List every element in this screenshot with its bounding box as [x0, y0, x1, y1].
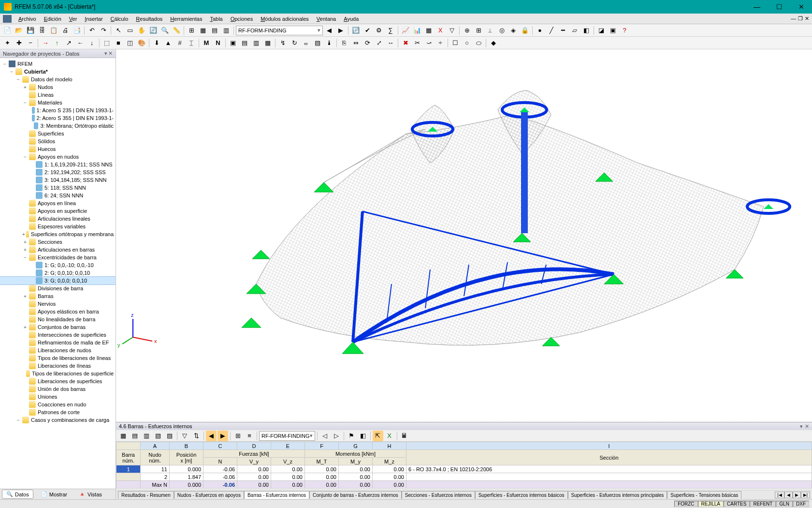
- panel-tab[interactable]: Resultados - Resumen: [118, 491, 174, 499]
- menu-insertar[interactable]: Insertar: [81, 15, 106, 23]
- tree-item[interactable]: 3: 104,184,185; SSS NNN: [0, 176, 116, 184]
- tree-item[interactable]: Unión de dos barras: [0, 385, 116, 393]
- tree-item[interactable]: 1: G; 0,0,-10; 0,0,-10: [0, 261, 116, 269]
- tree-item[interactable]: −Casos y combinaciones de carga: [0, 416, 116, 424]
- tree-item[interactable]: Divisiones de barra: [0, 284, 116, 292]
- tbl-excel-icon[interactable]: X: [384, 431, 395, 441]
- tbl-flag-icon[interactable]: ⚑: [346, 431, 357, 441]
- tree-item[interactable]: 1: Acero S 235 | DIN EN 1993-1-: [0, 106, 116, 114]
- model-viewport[interactable]: x y z: [116, 49, 812, 422]
- menu-módulos adicionales[interactable]: Módulos adicionales: [257, 15, 313, 23]
- nav-pin-icon[interactable]: ▾: [104, 50, 107, 57]
- panel-loadcase-combo[interactable]: RF-FORM-FINDING: [259, 431, 315, 441]
- open-icon[interactable]: 📂: [14, 25, 24, 36]
- close-button[interactable]: ✕: [795, 3, 808, 11]
- plus-icon[interactable]: ✚: [14, 38, 24, 48]
- tree-root[interactable]: − RFEM: [0, 60, 116, 68]
- status-cartes[interactable]: CARTES: [724, 501, 750, 507]
- panel-tab[interactable]: Secciones - Esfuerzos internos: [402, 491, 475, 499]
- menu-cálculo[interactable]: Cálculo: [107, 15, 132, 23]
- tree-item[interactable]: 2: 192,194,202; SSS SSS: [0, 168, 116, 176]
- help-icon[interactable]: ?: [619, 25, 630, 36]
- tree-item[interactable]: Líneas: [0, 91, 116, 99]
- ortho-icon[interactable]: ⟂: [485, 25, 495, 36]
- status-refent[interactable]: REFENT: [750, 501, 776, 507]
- divide-icon[interactable]: ÷: [435, 38, 446, 48]
- tree-item[interactable]: 1: 1,6,19,209-211; SSS NNS: [0, 161, 116, 168]
- maximize-button[interactable]: ☐: [772, 3, 786, 11]
- x-dir-icon[interactable]: →: [40, 38, 51, 48]
- tree-item[interactable]: +Articulaciones en barras: [0, 246, 116, 254]
- calc-icon[interactable]: ∑: [385, 25, 396, 36]
- tree-item[interactable]: 2: Acero S 355 | DIN EN 1993-1-: [0, 114, 116, 122]
- tree-item[interactable]: 3: Membrana; Ortótropo elástic: [0, 122, 116, 130]
- menu-edición[interactable]: Edición: [40, 15, 65, 23]
- tree-item[interactable]: +Nudos: [0, 83, 116, 91]
- y-dir-icon[interactable]: ↑: [52, 38, 62, 48]
- wireframe-icon[interactable]: ⬚: [102, 38, 112, 48]
- tbl-5-icon[interactable]: ▨: [164, 431, 175, 441]
- mdi-system-icon[interactable]: [3, 15, 12, 23]
- wand-icon[interactable]: ✦: [2, 38, 13, 48]
- menu-resultados[interactable]: Resultados: [132, 15, 166, 23]
- menu-ver[interactable]: Ver: [65, 15, 81, 23]
- view-top-icon[interactable]: ▣: [608, 25, 618, 36]
- cube1-icon[interactable]: ▣: [228, 38, 238, 48]
- layout-icon[interactable]: ▥: [221, 25, 232, 36]
- lc-prev-icon[interactable]: ◁: [319, 431, 330, 441]
- tbl-next-icon[interactable]: ▶: [218, 431, 228, 441]
- next-icon[interactable]: ▶: [335, 25, 346, 36]
- save-icon[interactable]: 💾: [25, 25, 36, 36]
- save-all-icon[interactable]: 🗄: [37, 25, 47, 36]
- menu-archivo[interactable]: Archivo: [14, 15, 40, 23]
- tree-item[interactable]: 5: 118; SSS NNN: [0, 184, 116, 192]
- tree-item[interactable]: Tipos de liberaciones de líneas: [0, 354, 116, 362]
- node-icon[interactable]: ●: [535, 25, 545, 36]
- tree-item[interactable]: Apoyos en línea: [0, 199, 116, 207]
- tbl-prev-icon[interactable]: ◀: [206, 431, 217, 441]
- tbl-opt-icon[interactable]: ◧: [358, 431, 368, 441]
- n-icon[interactable]: N: [213, 38, 223, 48]
- pan-icon[interactable]: ✋: [136, 25, 147, 36]
- menu-tabla[interactable]: Tabla: [206, 15, 226, 23]
- panel-tab[interactable]: Superficies - Tensiones básicas: [667, 491, 741, 499]
- tbl-4-icon[interactable]: ▧: [153, 431, 163, 441]
- gear-icon[interactable]: ⚙: [374, 25, 384, 36]
- tree-item[interactable]: Refinamientos de malla de EF: [0, 339, 116, 346]
- col-I[interactable]: I: [406, 442, 812, 450]
- cube2-icon[interactable]: ▤: [239, 38, 250, 48]
- grid-icon[interactable]: ⊞: [473, 25, 484, 36]
- render-icon[interactable]: 🎨: [136, 38, 147, 48]
- show-supports-icon[interactable]: ▲: [163, 38, 174, 48]
- neg-x-icon[interactable]: ←: [75, 38, 86, 48]
- window-icon[interactable]: ⊞: [186, 25, 197, 36]
- member-icon[interactable]: ━: [558, 25, 568, 36]
- solid-icon[interactable]: ◧: [581, 25, 592, 36]
- tab-first-icon[interactable]: |◀: [775, 492, 784, 498]
- tree-project[interactable]: − Cubierta*: [0, 68, 116, 75]
- zoom-icon[interactable]: 🔍: [160, 25, 170, 36]
- status-rejilla[interactable]: REJILLA: [698, 501, 724, 507]
- line-icon[interactable]: ╱: [546, 25, 557, 36]
- filter-icon[interactable]: ▽: [447, 25, 457, 36]
- area-load-icon[interactable]: ▨: [312, 38, 323, 48]
- panel-pin-icon[interactable]: ▾: [800, 423, 803, 430]
- col-C[interactable]: C: [203, 442, 237, 450]
- tree-item[interactable]: Liberaciones de superficies: [0, 377, 116, 385]
- rotate-tool-icon[interactable]: ⟳: [362, 38, 373, 48]
- tree-item[interactable]: Sólidos: [0, 137, 116, 145]
- select-icon[interactable]: ▭: [125, 25, 135, 36]
- tree-item[interactable]: −Excentricidades de barra: [0, 254, 116, 261]
- panel-tab[interactable]: Nudos - Esfuerzos en apoyos: [174, 491, 244, 499]
- tbl-sort-icon[interactable]: ⇅: [191, 431, 202, 441]
- pointer-icon[interactable]: ↖: [113, 25, 124, 36]
- nav-tab-vistas[interactable]: 🔺Vistas: [74, 490, 106, 499]
- measure-icon[interactable]: 📏: [171, 25, 182, 36]
- tbl-bars-icon[interactable]: ≡: [244, 431, 255, 441]
- show-loads-icon[interactable]: ⬇: [151, 38, 162, 48]
- tbl-filter-icon[interactable]: ▽: [179, 431, 190, 441]
- tree-item[interactable]: 3: G; 0,0,0; 0,0,10: [0, 277, 116, 284]
- tbl-export-icon[interactable]: ⇱: [373, 431, 383, 441]
- show-numbers-icon[interactable]: #: [174, 38, 185, 48]
- tree-item[interactable]: Apoyos en superficie: [0, 207, 116, 215]
